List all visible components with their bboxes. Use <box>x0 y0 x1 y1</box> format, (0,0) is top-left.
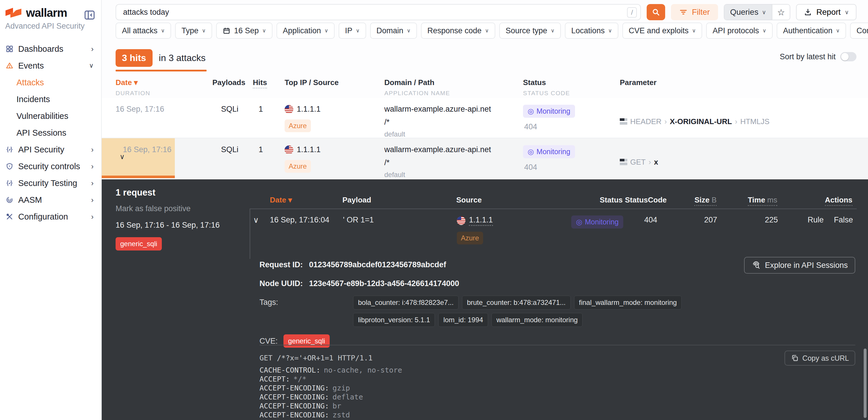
attack-time-range: 16 Sep, 17:16 - 16 Sep, 17:16 <box>116 221 237 230</box>
param-part: HEADER <box>630 117 661 126</box>
column-hits[interactable]: Hits <box>253 78 267 88</box>
filter-chip-compare-to[interactable]: Compare to... ∨ <box>850 23 868 39</box>
filter-chip-api-protocols[interactable]: API protocols ∨ <box>706 23 773 39</box>
column-parameter: Parameter <box>620 78 868 87</box>
sidebar-item-incidents[interactable]: Incidents <box>0 91 101 108</box>
tag-chip[interactable]: final_wallarm_mode: monitoring <box>574 296 682 309</box>
status-badge: ◎ Monitoring <box>523 145 575 158</box>
slash-shortcut-key: / <box>627 7 637 18</box>
collapse-sidebar-icon[interactable] <box>83 9 96 21</box>
favorite-star-icon[interactable]: ☆ <box>772 5 790 20</box>
sidebar-item-vulnerabilities[interactable]: Vulnerabilities <box>0 108 101 124</box>
topbar: / Filter Queries ∨ ☆ <box>102 0 868 20</box>
chevron-down-icon[interactable]: ∨ <box>250 209 262 259</box>
node-uuid-value: 123e4567-e89b-12d3-a456-426614174000 <box>309 279 459 288</box>
copy-icon <box>791 354 799 362</box>
chevron-down-icon[interactable]: ∨ <box>120 153 125 161</box>
wallarm-logo <box>5 7 22 19</box>
scrollbar[interactable] <box>864 348 867 418</box>
report-button[interactable]: Report ∨ <box>796 4 857 20</box>
filter-chip-date[interactable]: 16 Sep ∨ <box>216 23 273 39</box>
attack-ip[interactable]: 1.1.1.1 <box>297 105 321 114</box>
sidebar-item-label: Configuration <box>18 212 68 222</box>
sidebar-item-security-testing[interactable]: Security Testing › <box>0 175 101 192</box>
security-testing-icon <box>6 179 13 187</box>
attack-payload: SQLi <box>212 98 253 138</box>
queries-button-label: Queries <box>730 7 758 17</box>
sidebar-item-configuration[interactable]: Configuration › <box>0 208 101 225</box>
chevron-down-icon: ∨ <box>763 27 766 34</box>
attacks-count-text: in 3 attacks <box>159 53 206 63</box>
events-warning-icon <box>6 62 13 69</box>
explore-api-sessions-button[interactable]: Explore in API Sessions <box>744 257 855 274</box>
req-column-date[interactable]: Date ▾ <box>261 196 332 204</box>
sidebar-item-security-controls[interactable]: Security controls › <box>0 158 101 175</box>
filter-chip-type[interactable]: Type ∨ <box>175 23 212 39</box>
mark-false-positive-link[interactable]: Mark as false positive <box>116 204 237 213</box>
false-action[interactable]: False <box>834 216 853 224</box>
filter-button[interactable]: Filter <box>671 4 718 20</box>
queries-button[interactable]: Queries ∨ <box>724 5 772 20</box>
chevron-right-icon: › <box>91 196 94 204</box>
requests-table: Date ▾ Payload Source Status StatusCode … <box>250 196 857 259</box>
filter-chip-application[interactable]: Application ∨ <box>277 23 335 39</box>
chevron-down-icon: ∨ <box>202 27 206 34</box>
filter-chip-response-code[interactable]: Response code ∨ <box>421 23 495 39</box>
request-ip[interactable]: 1.1.1.1 <box>469 216 493 226</box>
sidebar-item-dashboards[interactable]: Dashboards › <box>0 40 101 57</box>
request-count: 1 request <box>116 188 237 198</box>
tag-chip[interactable]: libproton_version: 5.1.1 <box>353 313 435 327</box>
parameter-location-icon <box>620 118 627 125</box>
sidebar: wallarm Advanced API Security Dashboards… <box>0 0 102 420</box>
search-button[interactable] <box>647 4 665 20</box>
filter-chip-domain[interactable]: Domain ∨ <box>370 23 417 39</box>
cve-tag[interactable]: generic_sqli <box>283 334 330 348</box>
sidebar-item-label: Vulnerabilities <box>17 111 68 121</box>
req-column-time[interactable]: Time ms <box>748 196 777 206</box>
sidebar-nav: Dashboards › Events ∨ Attacks Incidents … <box>0 40 101 225</box>
node-uuid-row: Node UUID: 123e4567-e89b-12d3-a456-42661… <box>259 279 747 288</box>
request-row[interactable]: ∨ 16 Sep, 17:16:04 ' OR 1=1 1.1.1.1 Azur… <box>250 209 857 259</box>
filter-chip-all-attacks[interactable]: All attacks ∨ <box>116 23 171 39</box>
attack-application: default <box>384 171 523 179</box>
attack-detail-panel: 1 request Mark as false positive 16 Sep,… <box>102 179 868 420</box>
queries-group: Queries ∨ ☆ <box>724 4 790 20</box>
tag-chip[interactable]: brute_counter: b:478:a732471... <box>462 296 571 309</box>
us-flag-icon <box>285 145 293 154</box>
monitoring-eye-icon: ◎ <box>528 147 534 156</box>
attack-row-expanded[interactable]: ∨ 16 Sep, 17:16 SQLi 1 1.1.1.1 Azure wal… <box>102 138 868 178</box>
shield-icon <box>6 163 13 170</box>
sort-toggle[interactable] <box>840 52 857 61</box>
filter-chip-cve[interactable]: CVE and exploits ∨ <box>622 23 702 39</box>
chevron-right-icon: › <box>91 179 94 188</box>
monitoring-eye-icon: ◎ <box>528 107 534 115</box>
filter-chip-source-type[interactable]: Source type ∨ <box>499 23 561 39</box>
source-tag: Azure <box>285 119 311 132</box>
chevron-right-icon: › <box>91 145 94 154</box>
sidebar-item-api-security[interactable]: API Security › <box>0 141 101 158</box>
sidebar-item-events[interactable]: Events ∨ <box>0 57 101 74</box>
attack-date: 16 Sep, 17:16 <box>116 105 164 113</box>
column-duration: DURATION <box>116 90 212 96</box>
tag-chip[interactable]: wallarm_mode: monitoring <box>492 313 583 327</box>
chevron-down-icon: ∨ <box>845 9 849 16</box>
filter-chip-authentication[interactable]: Authentication ∨ <box>777 23 846 39</box>
search-input[interactable] <box>116 4 641 20</box>
tag-chip[interactable]: bola_counter: i:478:f82823e7... <box>353 296 459 309</box>
sidebar-item-api-sessions[interactable]: API Sessions <box>0 124 101 141</box>
filter-chip-locations[interactable]: Locations ∨ <box>565 23 618 39</box>
sidebar-item-aasm[interactable]: AASM › <box>0 192 101 208</box>
sidebar-item-label: Security Testing <box>18 178 77 188</box>
attack-row[interactable]: 16 Sep, 17:16 SQLi 1 1.1.1.1 Azure walla… <box>102 98 868 138</box>
rule-action[interactable]: Rule <box>808 216 824 224</box>
filter-chip-ip[interactable]: IP ∨ <box>339 23 366 39</box>
attack-ip[interactable]: 1.1.1.1 <box>297 145 321 154</box>
copy-as-curl-button[interactable]: Copy as cURL <box>784 351 855 366</box>
req-column-actions[interactable]: Actions <box>825 196 852 206</box>
column-date[interactable]: Date ▾ <box>116 78 212 87</box>
sidebar-item-attacks[interactable]: Attacks <box>0 74 101 91</box>
source-tag: Azure <box>285 160 311 173</box>
tag-chip[interactable]: lom_id: 1994 <box>438 313 488 327</box>
chevron-down-icon: ∨ <box>836 27 840 34</box>
req-column-size[interactable]: Size B <box>694 196 717 206</box>
